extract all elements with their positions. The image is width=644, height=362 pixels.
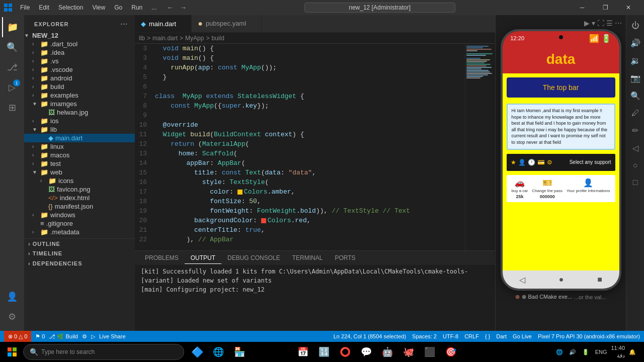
support-label[interactable]: Select any support bbox=[570, 159, 611, 165]
activity-debug[interactable]: ▷ 1 bbox=[2, 77, 22, 98]
taskbar-volume[interactable]: 🔊 bbox=[567, 348, 578, 356]
breadcrumb-class[interactable]: MyApp bbox=[185, 35, 204, 42]
taskbar-battery[interactable]: 🔋 bbox=[580, 348, 591, 356]
right-ctrl-volume-down[interactable]: 🔉 bbox=[628, 54, 642, 67]
sidebar-more[interactable]: ··· bbox=[119, 19, 129, 29]
status-run[interactable]: ▷ bbox=[91, 333, 95, 340]
right-ctrl-zoom-in[interactable]: 🔍 bbox=[628, 89, 642, 103]
error-status[interactable]: ⊗ 0 △ 0 bbox=[4, 331, 31, 342]
tree-item[interactable]: ›📁macos bbox=[24, 151, 135, 159]
tab-main-dart[interactable]: ◆ main.dart ✕ bbox=[135, 15, 192, 32]
nav-forward[interactable]: → bbox=[178, 3, 189, 13]
phone-btn-car[interactable]: 🚗 buy a car 25k bbox=[512, 178, 528, 199]
tab-ports[interactable]: PORTS bbox=[329, 252, 361, 263]
tree-item[interactable]: ›📁windows bbox=[24, 211, 135, 219]
device-btn[interactable]: ⛶ bbox=[597, 19, 604, 27]
activity-extensions[interactable]: ⊞ bbox=[2, 98, 22, 118]
menu-view[interactable]: View bbox=[88, 3, 109, 12]
taskbar-terminal[interactable]: ⬛ bbox=[420, 342, 440, 362]
taskbar-calculator[interactable]: 🔢 bbox=[314, 342, 334, 362]
sidebar-section-deps[interactable]: › DEPENDENCIES bbox=[24, 258, 135, 268]
taskbar-android[interactable]: 🤖 bbox=[377, 342, 397, 362]
tree-item[interactable]: ›📁ios bbox=[24, 117, 135, 125]
title-search-box[interactable]: new_12 [Administrator] bbox=[304, 3, 455, 13]
run-dropdown-btn[interactable]: ▾ bbox=[592, 19, 595, 27]
tree-item[interactable]: ›📁android bbox=[24, 74, 135, 82]
tree-item[interactable]: ›📁examples bbox=[24, 91, 135, 100]
status-live-share[interactable]: Live Share bbox=[99, 333, 126, 339]
home-nav-btn[interactable]: ● bbox=[559, 275, 564, 284]
tree-item[interactable]: ▼📁imamges bbox=[24, 100, 135, 108]
tree-item-main-dart[interactable]: ◆main.dart bbox=[24, 134, 135, 142]
tree-item[interactable]: 🖼helwan.jpg bbox=[24, 108, 135, 117]
status-branch[interactable]: ⎇ 🌿 Build bbox=[49, 333, 78, 340]
layout-btn[interactable]: ☰ bbox=[606, 19, 613, 27]
status-encoding[interactable]: UTF-8 bbox=[443, 333, 458, 339]
tree-item[interactable]: ▼📁lib bbox=[24, 125, 135, 134]
breadcrumb-method[interactable]: build bbox=[211, 35, 224, 42]
window-minimize[interactable]: ─ bbox=[571, 0, 594, 15]
taskbar-mail[interactable]: ✉ bbox=[251, 342, 271, 362]
status-emulator[interactable]: Pixel 7 Pro API 30 (android-x86 emulator… bbox=[538, 333, 640, 339]
right-ctrl-power[interactable]: ⏻ bbox=[629, 19, 641, 32]
tree-item[interactable]: ›📁.vscode bbox=[24, 65, 135, 74]
tree-item[interactable]: ›📁.vs bbox=[24, 57, 135, 65]
status-settings[interactable]: ⚙ bbox=[82, 333, 87, 340]
tree-item[interactable]: ›📁.dart_tool bbox=[24, 40, 135, 48]
taskbar-lang[interactable]: ENG bbox=[593, 348, 609, 356]
tree-item[interactable]: ≡.gitignore bbox=[24, 219, 135, 228]
tree-item[interactable]: ▼📁web bbox=[24, 168, 135, 176]
taskbar-network[interactable]: 🌐 bbox=[554, 348, 565, 356]
taskbar-search[interactable]: 🔍 Type here to search bbox=[23, 344, 184, 360]
activity-accounts[interactable]: 👤 bbox=[2, 287, 22, 307]
taskbar-calendar[interactable]: 📅 bbox=[293, 342, 313, 362]
status-spaces[interactable]: Spaces: 2 bbox=[412, 333, 437, 339]
tree-item[interactable]: ›📁linux bbox=[24, 142, 135, 151]
phone-btn-pass[interactable]: 🎫 Change the pass 000000 bbox=[532, 178, 562, 199]
recents-nav-btn[interactable]: ■ bbox=[597, 275, 602, 284]
phone-btn-profile[interactable]: 👤 Your profile Informations bbox=[567, 178, 610, 199]
menu-run[interactable]: Run bbox=[127, 3, 146, 12]
tree-item[interactable]: {}manifest.json bbox=[24, 202, 135, 211]
start-button[interactable] bbox=[2, 342, 22, 362]
activity-source-control[interactable]: ⎇ bbox=[2, 57, 22, 77]
right-ctrl-paint[interactable]: 🖊 bbox=[629, 107, 641, 120]
status-info[interactable]: ⚑ 0 bbox=[35, 333, 45, 340]
activity-explorer[interactable]: 📁 bbox=[2, 17, 22, 37]
sidebar-section-outline[interactable]: › OUTLINE bbox=[24, 238, 135, 248]
taskbar-teams[interactable]: 💬 bbox=[356, 342, 376, 362]
taskbar-photos[interactable]: 🖼 bbox=[272, 342, 292, 362]
more-btn[interactable]: ⋯ bbox=[615, 19, 622, 27]
right-ctrl-volume-up[interactable]: 🔊 bbox=[628, 36, 642, 50]
status-eol[interactable]: CRLF bbox=[464, 333, 479, 339]
tree-item[interactable]: ›📁build bbox=[24, 82, 135, 91]
status-position[interactable]: Ln 224, Col 1 (8504 selected) bbox=[334, 333, 406, 339]
taskbar-chrome[interactable]: ⭕ bbox=[335, 342, 355, 362]
tab-pubspec-yaml[interactable]: ● pubspec.yaml ✕ bbox=[192, 15, 262, 32]
tree-item[interactable]: 🖼favicon.png bbox=[24, 185, 135, 194]
taskbar-notification[interactable]: 🔔 bbox=[627, 348, 638, 356]
tab-problems[interactable]: PROBLEMS bbox=[139, 252, 185, 263]
sidebar-section-timeline[interactable]: › TIMELINE bbox=[24, 248, 135, 258]
tree-project-root[interactable]: ▼ NEW_12 bbox=[24, 31, 135, 40]
code-editor[interactable]: 3 void main() { 3 void main() { 4 runApp… bbox=[135, 44, 465, 250]
activity-search[interactable]: 🔍 bbox=[2, 37, 22, 57]
taskbar-dart[interactable]: 🎯 bbox=[441, 342, 461, 362]
right-ctrl-home[interactable]: ○ bbox=[631, 159, 640, 172]
status-language[interactable]: Dart bbox=[496, 333, 507, 339]
menu-go[interactable]: Go bbox=[110, 3, 126, 12]
right-ctrl-square[interactable]: □ bbox=[631, 176, 640, 189]
window-restore[interactable]: ❐ bbox=[594, 0, 617, 15]
menu-file[interactable]: File bbox=[16, 3, 34, 12]
tree-item[interactable]: ›📁test bbox=[24, 159, 135, 168]
activity-settings[interactable]: ⚙ bbox=[2, 307, 22, 327]
nav-back[interactable]: ← bbox=[165, 3, 176, 13]
back-nav-btn[interactable]: ◁ bbox=[519, 275, 525, 285]
right-ctrl-camera[interactable]: 📷 bbox=[628, 71, 642, 85]
status-go-live[interactable]: Go Live bbox=[513, 333, 532, 339]
menu-edit[interactable]: Edit bbox=[35, 3, 53, 12]
taskbar-time[interactable]: 11:40 دقة bbox=[611, 344, 625, 360]
menu-selection[interactable]: Selection bbox=[54, 3, 87, 12]
breadcrumb-lib[interactable]: lib bbox=[139, 35, 145, 42]
menu-more[interactable]: ... bbox=[147, 3, 160, 12]
